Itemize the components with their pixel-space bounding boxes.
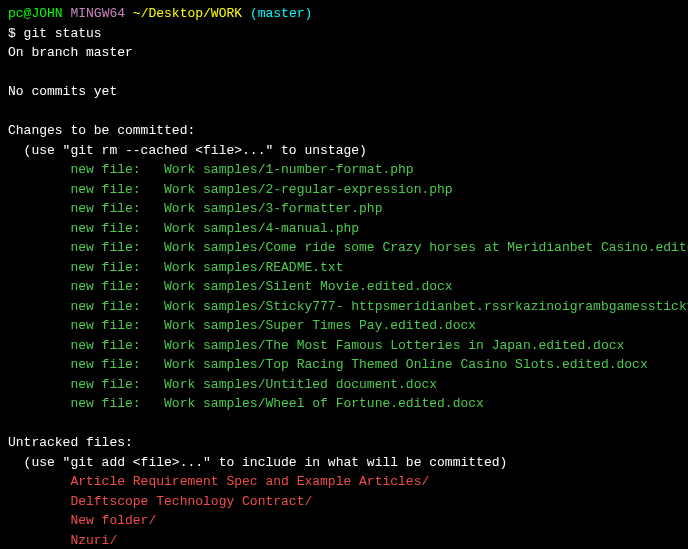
staged-file: new file: Work samples/Untitled document… (8, 375, 680, 395)
prompt-path: ~/Desktop/WORK (133, 6, 242, 21)
staged-file: new file: Work samples/README.txt (8, 258, 680, 278)
staged-file: new file: Work samples/1-number-format.p… (8, 160, 680, 180)
untracked-hint: (use "git add <file>..." to include in w… (8, 453, 680, 473)
unstage-hint: (use "git rm --cached <file>..." to unst… (8, 141, 680, 161)
staged-file: new file: Work samples/Sticky777- httpsm… (8, 297, 680, 317)
untracked-file: Nzuri/ (8, 531, 680, 550)
staged-file: new file: Work samples/Wheel of Fortune.… (8, 394, 680, 414)
no-commits: No commits yet (8, 82, 680, 102)
branch-info: On branch master (8, 43, 680, 63)
shell-prompt: pc@JOHN MINGW64 ~/Desktop/WORK (master) (8, 4, 680, 24)
prompt-branch: (master) (250, 6, 312, 21)
prompt-user: pc@JOHN (8, 6, 63, 21)
untracked-files-list: Article Requirement Spec and Example Art… (8, 472, 680, 549)
prompt-host: MINGW64 (70, 6, 125, 21)
staged-file: new file: Work samples/3-formatter.php (8, 199, 680, 219)
command-line[interactable]: $ git status (8, 24, 680, 44)
untracked-file: New folder/ (8, 511, 680, 531)
staged-files-list: new file: Work samples/1-number-format.p… (8, 160, 680, 414)
staged-file: new file: Work samples/Super Times Pay.e… (8, 316, 680, 336)
staged-file: new file: Work samples/The Most Famous L… (8, 336, 680, 356)
untracked-file: Delftscope Technology Contract/ (8, 492, 680, 512)
staged-file: new file: Work samples/2-regular-express… (8, 180, 680, 200)
staged-file: new file: Work samples/4-manual.php (8, 219, 680, 239)
staged-file: new file: Work samples/Silent Movie.edit… (8, 277, 680, 297)
staged-file: new file: Work samples/Come ride some Cr… (8, 238, 680, 258)
changes-header: Changes to be committed: (8, 121, 680, 141)
untracked-file: Article Requirement Spec and Example Art… (8, 472, 680, 492)
untracked-header: Untracked files: (8, 433, 680, 453)
staged-file: new file: Work samples/Top Racing Themed… (8, 355, 680, 375)
